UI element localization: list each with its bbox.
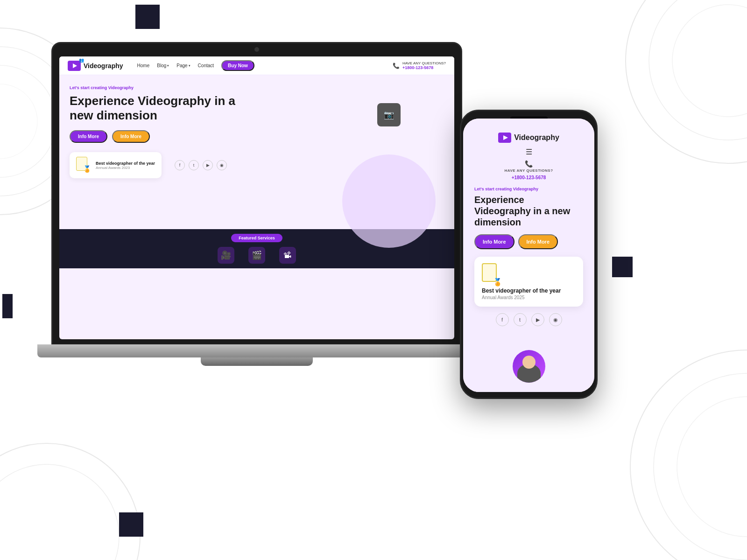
avatar-head	[522, 356, 536, 369]
phone-hero-subtitle: Let's start creating Videography	[474, 187, 583, 191]
phone-social-instagram[interactable]: ◉	[549, 313, 562, 326]
laptop-device: 👥 Videography Home Blog ▾ Page ▾	[51, 42, 495, 397]
laptop-screen: 👥 Videography Home Blog ▾ Page ▾	[59, 56, 454, 339]
laptop-camera	[254, 47, 259, 52]
svg-point-7	[0, 443, 140, 560]
award-title: Best videographer of the year	[96, 161, 155, 166]
decorative-square-2	[612, 257, 633, 277]
phone-hero-title: Experience Videography in a new dimensio…	[474, 194, 583, 228]
hero-subtitle: Let's start creating Videography	[70, 85, 444, 90]
camera-icon: 📷	[377, 103, 401, 126]
social-facebook[interactable]: f	[175, 160, 185, 170]
laptop-nav: 👥 Videography Home Blog ▾ Page ▾	[59, 56, 454, 75]
service-icon-3: 📽	[279, 247, 296, 264]
service-icon-2: 🎬	[248, 247, 265, 264]
hero-btn-secondary[interactable]: Info More	[112, 130, 150, 143]
award-subtitle: Annual Awards 2023	[96, 166, 155, 170]
social-instagram[interactable]: ◉	[217, 160, 227, 170]
nav-phone-info: 📞 HAVE ANY QUESTIONS? +1800-123-5678	[393, 61, 446, 70]
people-icon: 👥	[79, 58, 84, 63]
service-camera-icon: 🎥	[218, 247, 234, 264]
featured-badge: Featured Services	[231, 234, 282, 242]
svg-point-11	[672, 5, 747, 117]
svg-point-8	[0, 464, 119, 560]
nav-blog[interactable]: Blog ▾	[157, 63, 169, 68]
phone-award-subtitle: Annual Awards 2025	[482, 295, 576, 300]
laptop-stand	[201, 357, 313, 366]
phone-content: Videography ☰ 📞 HAVE ANY QUESTIONS? +180…	[463, 119, 594, 392]
phone-contact-num: +1800-123-5678	[512, 175, 546, 180]
svg-point-5	[654, 373, 747, 560]
svg-point-9	[626, 0, 747, 163]
phone-social-twitter[interactable]: t	[514, 313, 527, 326]
social-icons-group: f t ▶ ◉	[175, 160, 227, 170]
phone-phone-icon: 📞	[471, 160, 587, 168]
nav-contact[interactable]: Contact	[198, 63, 214, 68]
phone-play-icon	[503, 135, 508, 140]
phone-social-facebook[interactable]: f	[496, 313, 509, 326]
laptop-frame: 👥 Videography Home Blog ▾ Page ▾	[51, 42, 462, 345]
phone-award-icon-wrap: 🏅	[482, 263, 500, 284]
phone-btn-primary[interactable]: Info More	[474, 234, 514, 249]
logo-text: Videography	[84, 62, 123, 70]
hero-btn-primary[interactable]: Info More	[70, 130, 107, 143]
hero-title: Experience Videography in a new dimensio…	[70, 94, 247, 123]
social-twitter[interactable]: t	[189, 160, 199, 170]
nav-links: Home Blog ▾ Page ▾ Contact Buy Now	[137, 60, 393, 71]
contact-phone: +1800-123-5678	[402, 65, 446, 70]
laptop-hero-section: Let's start creating Videography Experie…	[59, 75, 454, 229]
award-medal-icon: 🏅	[83, 165, 91, 173]
award-text: Best videographer of the year Annual Awa…	[96, 161, 155, 170]
phone-icon: 📞	[393, 63, 400, 69]
contact-label: HAVE ANY QUESTIONS?	[402, 61, 446, 65]
phone-award-card: 🏅 Best videographer of the year Annual A…	[474, 257, 583, 307]
hero-decorative-circle	[342, 154, 436, 248]
svg-point-2	[0, 65, 56, 177]
svg-point-6	[677, 397, 747, 537]
phone-btn-secondary[interactable]: Info More	[518, 234, 558, 249]
phone-contact-label: HAVE ANY QUESTIONS?	[471, 168, 587, 173]
decorative-square-4	[2, 294, 13, 318]
scene: 👥 Videography Home Blog ▾ Page ▾	[0, 0, 747, 560]
laptop-base	[37, 344, 476, 357]
phone-logo: Videography	[471, 133, 587, 143]
phone-frame: Videography ☰ 📞 HAVE ANY QUESTIONS? +180…	[460, 110, 598, 399]
decorative-square-1	[135, 5, 160, 29]
svg-point-3	[0, 84, 37, 159]
service-video-icon: 📽	[279, 247, 296, 264]
phone-logo-text: Videography	[514, 133, 559, 142]
services-row: 🎥 🎬 📽	[218, 247, 296, 264]
logo-icon: 👥	[68, 61, 81, 71]
phone-social-row: f t ▶ ◉	[474, 313, 583, 326]
service-film-icon: 🎬	[248, 247, 265, 264]
svg-point-10	[649, 0, 747, 140]
phone-hero-buttons: Info More Info More	[474, 234, 583, 249]
blog-chevron: ▾	[167, 64, 169, 68]
award-card: 🏅 Best videographer of the year Annual A…	[70, 152, 162, 178]
play-icon	[73, 63, 77, 68]
nav-page[interactable]: Page ▾	[176, 63, 190, 68]
svg-point-4	[630, 350, 747, 560]
buy-now-button[interactable]: Buy Now	[221, 60, 254, 71]
phone-award-icon-row: 🏅	[482, 263, 576, 284]
phone-social-youtube[interactable]: ▶	[531, 313, 544, 326]
nav-home[interactable]: Home	[137, 63, 150, 68]
phone-logo-icon	[498, 133, 511, 143]
page-chevron: ▾	[189, 64, 190, 68]
phone-device: Videography ☰ 📞 HAVE ANY QUESTIONS? +180…	[460, 110, 598, 399]
laptop-logo: 👥 Videography	[68, 61, 123, 71]
phone-contact-info: 📞 HAVE ANY QUESTIONS? +1800-123-5678	[471, 160, 587, 181]
phone-award-medal-icon: 🏅	[493, 278, 502, 287]
phone-hero: Let's start creating Videography Experie…	[471, 187, 587, 326]
decorative-square-3	[119, 512, 143, 537]
phone-avatar	[513, 350, 545, 383]
service-icon-1: 🎥	[218, 247, 234, 264]
social-youtube[interactable]: ▶	[203, 160, 213, 170]
hero-buttons: Info More Info More	[70, 130, 444, 143]
phone-award-title: Best videographer of the year	[482, 287, 576, 294]
award-icon: 🏅	[76, 157, 91, 174]
nav-contact-info: HAVE ANY QUESTIONS? +1800-123-5678	[402, 61, 446, 70]
hamburger-menu[interactable]: ☰	[471, 147, 587, 156]
phone-screen: Videography ☰ 📞 HAVE ANY QUESTIONS? +180…	[463, 119, 594, 392]
